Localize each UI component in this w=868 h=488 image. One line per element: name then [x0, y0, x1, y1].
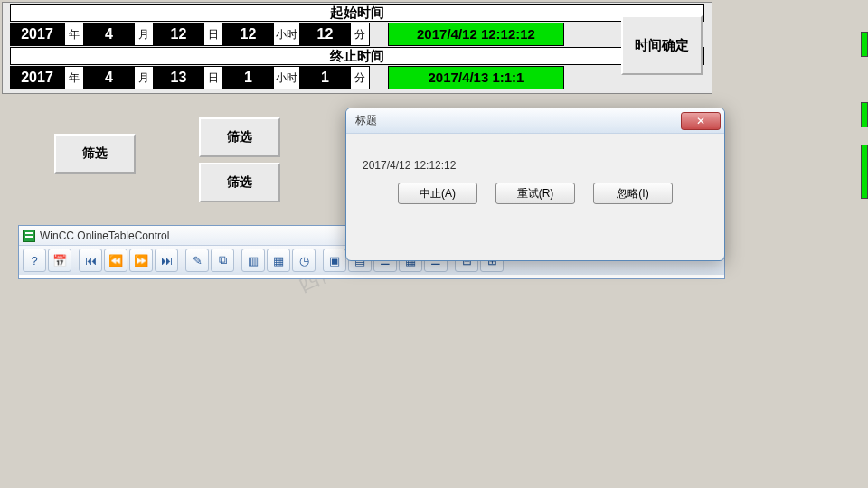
start-time-row: 2017 年 4 月 12 日 12 小时 12 分 2017/4/12 12:… — [10, 23, 704, 46]
end-year-input[interactable]: 2017 — [10, 66, 64, 89]
filter-button-1[interactable]: 筛选 — [54, 134, 136, 174]
hour-unit: 小时 — [273, 66, 300, 89]
start-minute-input[interactable]: 12 — [300, 23, 350, 46]
ignore-button[interactable]: 忽略(I) — [593, 183, 673, 204]
start-time-header: 起始时间 — [10, 4, 704, 22]
first-icon[interactable]: ⏮ — [79, 249, 102, 272]
dialog-body: 2017/4/12 12:12:12 中止(A) 重试(R) 忽略(I) — [346, 134, 724, 213]
time-panel: 起始时间 2017 年 4 月 12 日 12 小时 12 分 2017/4/1… — [2, 2, 712, 94]
message-dialog: 标题 ✕ 2017/4/12 12:12:12 中止(A) 重试(R) 忽略(I… — [345, 108, 725, 261]
rewind-icon[interactable]: ⏪ — [104, 249, 127, 272]
filter-button-3[interactable]: 筛选 — [199, 163, 280, 202]
dialog-titlebar[interactable]: 标题 ✕ — [346, 108, 724, 134]
start-day-input[interactable]: 12 — [154, 23, 203, 46]
year-unit: 年 — [64, 66, 84, 89]
end-hour-input[interactable]: 1 — [223, 66, 273, 89]
month-unit: 月 — [134, 23, 154, 46]
close-icon[interactable]: ✕ — [681, 112, 721, 130]
hour-unit: 小时 — [273, 23, 300, 46]
end-day-input[interactable]: 13 — [154, 66, 203, 89]
minute-unit: 分 — [350, 23, 370, 46]
calendar-icon[interactable]: 📅 — [48, 249, 71, 272]
end-minute-input[interactable]: 1 — [300, 66, 350, 89]
side-indicator — [861, 102, 868, 127]
year-unit: 年 — [64, 23, 84, 46]
start-year-input[interactable]: 2017 — [10, 23, 64, 46]
copy-icon[interactable]: ⧉ — [211, 249, 234, 272]
timer-icon[interactable]: ◷ — [292, 249, 316, 272]
forward-icon[interactable]: ⏩ — [129, 249, 153, 272]
dialog-button-row: 中止(A) 重试(R) 忽略(I) — [363, 172, 708, 204]
table-icon — [23, 230, 35, 242]
end-month-input[interactable]: 4 — [84, 66, 134, 89]
side-indicator — [861, 32, 868, 57]
start-time-display: 2017/4/12 12:12:12 — [388, 23, 564, 46]
abort-button[interactable]: 中止(A) — [398, 183, 477, 204]
dialog-title-text: 标题 — [355, 113, 377, 128]
day-unit: 日 — [203, 23, 223, 46]
help-icon[interactable]: ? — [23, 249, 46, 272]
end-time-display: 2017/4/13 1:1:1 — [388, 66, 564, 89]
end-time-header: 终止时间 — [10, 47, 704, 65]
tool-icon[interactable]: ▣ — [323, 249, 346, 272]
time-confirm-button[interactable]: 时间确定 — [621, 15, 703, 75]
columns-icon[interactable]: ▥ — [241, 249, 265, 272]
day-unit: 日 — [203, 66, 223, 89]
start-month-input[interactable]: 4 — [84, 23, 134, 46]
filter-button-2[interactable]: 筛选 — [199, 117, 280, 157]
wincc-title-text: WinCC OnlineTableControl — [40, 230, 169, 242]
add-column-icon[interactable]: ▦ — [267, 249, 290, 272]
start-hour-input[interactable]: 12 — [223, 23, 273, 46]
minute-unit: 分 — [350, 66, 370, 89]
end-time-row: 2017 年 4 月 13 日 1 小时 1 分 2017/4/13 1:1:1 — [10, 66, 704, 89]
dialog-message: 2017/4/12 12:12:12 — [363, 159, 708, 172]
last-icon[interactable]: ⏭ — [155, 249, 178, 272]
month-unit: 月 — [134, 66, 154, 89]
side-indicator — [861, 145, 868, 199]
retry-button[interactable]: 重试(R) — [495, 183, 575, 204]
edit-icon[interactable]: ✎ — [185, 249, 209, 272]
